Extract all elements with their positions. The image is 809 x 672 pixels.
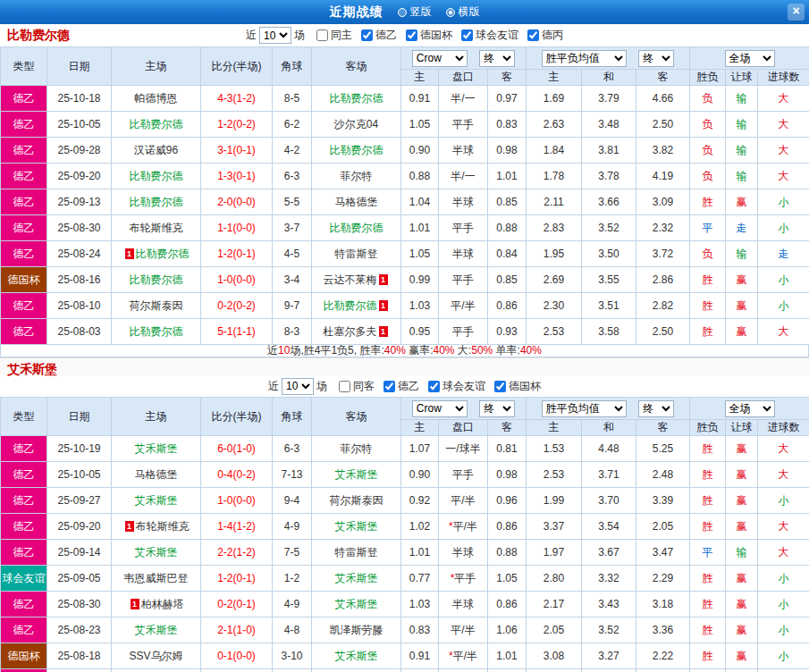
scope-select[interactable]: 全场 xyxy=(725,400,775,417)
avg-draw-cell: 3.43 xyxy=(582,592,636,617)
score-cell: 1-0(0-0) xyxy=(201,488,273,514)
home-team-cell: 艾禾斯堡 xyxy=(112,540,201,566)
date-cell: 25-09-05 xyxy=(47,566,112,592)
avg-draw-cell: 4.48 xyxy=(582,436,636,462)
col-type: 类型 xyxy=(1,398,47,436)
team-name: 布轮斯维克 xyxy=(130,222,183,234)
filter-checkbox[interactable]: 德乙 xyxy=(383,379,419,394)
checkbox-input[interactable] xyxy=(316,29,328,41)
corner-cell: 4-2 xyxy=(273,138,312,164)
filter-checkbox[interactable]: 德丙 xyxy=(527,28,563,43)
matches-table-1: 类型 日期 主场 比分(半场) 角球 客场 Crow 终 胜平负均值 终 全场 … xyxy=(0,46,809,345)
date-cell: 25-10-05 xyxy=(47,462,112,488)
col-avg-draw: 和 xyxy=(582,420,636,436)
team-name: 荷尔斯泰因 xyxy=(130,299,183,312)
odds-final-select[interactable]: 终 xyxy=(479,50,515,67)
scope-select[interactable]: 全场 xyxy=(725,50,775,67)
col-date: 日期 xyxy=(47,47,112,86)
score-cell: 2-2(1-2) xyxy=(201,540,273,566)
card-badge: 1 xyxy=(379,274,388,285)
league-cell: 德乙 xyxy=(1,189,47,215)
handicap-result-cell: 赢 xyxy=(726,488,758,514)
summary-segment: 场,胜4平1负5, xyxy=(290,344,359,357)
checkbox-input[interactable] xyxy=(527,29,539,41)
odds-source-select[interactable]: Crow xyxy=(412,50,468,67)
corner-cell: 5-5 xyxy=(273,189,312,215)
checkbox-input[interactable] xyxy=(361,29,373,41)
filter-checkbox[interactable]: 球会友谊 xyxy=(461,28,518,43)
team-name: 荷尔斯泰因 xyxy=(330,494,383,507)
date-cell: 25-09-27 xyxy=(47,488,112,514)
odds-home-cell: 1.03 xyxy=(401,592,439,617)
league-cell: 德国杯 xyxy=(1,267,47,293)
handicap-cell: 一/球半 xyxy=(439,436,488,462)
odds-home-cell: 0.92 xyxy=(401,488,439,514)
match-row: 德乙25-09-28汉诺威963-1(0-1)4-2比勒费尔德0.90半球0.9… xyxy=(1,138,809,164)
handicap-result-cell: 赢 xyxy=(726,617,758,643)
col-avg-away: 客 xyxy=(636,420,690,436)
goals-result-cell: 小 xyxy=(758,617,809,643)
avg-final-select[interactable]: 终 xyxy=(638,50,674,67)
corner-cell: 3-4 xyxy=(273,267,312,293)
away-team-cell: 比勒费尔德 xyxy=(312,138,401,164)
filter-checkbox[interactable]: 德国杯 xyxy=(406,28,452,43)
corner-cell: 7-5 xyxy=(273,540,312,566)
result-cell: 负 xyxy=(690,86,726,112)
layout-radio-vertical[interactable]: 竖版 xyxy=(398,4,432,20)
checkbox-input[interactable] xyxy=(428,381,440,392)
radio-icon[interactable] xyxy=(398,8,407,17)
handicap-cell: 半球 xyxy=(439,241,488,267)
league-cell: 德乙 xyxy=(1,112,47,138)
checkbox-input[interactable] xyxy=(383,381,395,392)
avg-type-select[interactable]: 胜平负均值 xyxy=(542,400,627,417)
avg-away-cell: 4.19 xyxy=(636,164,690,189)
avg-final-select[interactable]: 终 xyxy=(638,400,674,417)
col-goals-result: 进球数 xyxy=(758,420,809,436)
avg-type-select[interactable]: 胜平负均值 xyxy=(542,50,627,67)
result-cell: 胜 xyxy=(690,514,726,540)
handicap-cell: *平/半 xyxy=(439,643,488,669)
avg-draw-cell: 3.58 xyxy=(582,319,636,345)
team-name: 艾禾斯堡 xyxy=(335,650,378,662)
filter-checkbox[interactable]: 同客 xyxy=(339,379,375,394)
section-head-2: 艾禾斯堡 xyxy=(0,357,809,375)
filter-checkbox[interactable]: 球会友谊 xyxy=(428,379,485,394)
avg-away-cell: 2.50 xyxy=(636,112,690,138)
avg-home-cell: 1.53 xyxy=(527,436,582,462)
filter-checkbox[interactable]: 德乙 xyxy=(361,28,397,43)
odds-source-select[interactable]: Crow xyxy=(412,400,468,417)
avg-away-cell: 4.66 xyxy=(636,86,690,112)
avg-draw-cell: 3.48 xyxy=(582,112,636,138)
filter-controls: 近 10 场 同主德乙德国杯球会友谊德丙 xyxy=(246,27,563,44)
checkbox-input[interactable] xyxy=(461,29,473,41)
goals-result-cell: 大 xyxy=(758,164,809,189)
checkbox-input[interactable] xyxy=(406,29,417,41)
games-count-select[interactable]: 10 xyxy=(282,378,314,395)
odds-away-cell: 0.88 xyxy=(488,540,527,566)
odds-final-select[interactable]: 终 xyxy=(479,400,515,417)
checkbox-input[interactable] xyxy=(339,381,350,392)
home-team-cell: 比勒费尔德 xyxy=(112,267,201,293)
away-team-cell: 沙尔克04 xyxy=(312,112,401,138)
score-cell: 2-1(1-0) xyxy=(201,617,273,643)
games-count-select[interactable]: 10 xyxy=(259,27,291,44)
team-name: 比勒费尔德 xyxy=(130,325,183,338)
layout-radio-horizontal[interactable]: 横版 xyxy=(446,4,480,20)
summary-segment: 40% xyxy=(520,344,542,357)
result-cell: 胜 xyxy=(690,436,726,462)
checkbox-input[interactable] xyxy=(494,381,506,392)
handicap-result-cell: 输 xyxy=(726,241,758,267)
avg-home-cell: 2.80 xyxy=(527,566,582,592)
home-team-cell: 比勒费尔德 xyxy=(112,319,201,345)
radio-selected-icon[interactable] xyxy=(446,8,455,17)
radio-vertical-label: 竖版 xyxy=(410,4,432,20)
close-icon[interactable]: × xyxy=(788,4,805,21)
col-handicap-result: 让球 xyxy=(726,420,758,436)
filter-checkbox[interactable]: 同主 xyxy=(316,28,352,43)
home-team-cell: 韦恩威斯巴登 xyxy=(112,566,201,592)
filter-checkbox[interactable]: 德国杯 xyxy=(494,379,541,394)
col-handicap: 盘口 xyxy=(439,70,488,86)
avg-home-cell: 1.69 xyxy=(527,86,582,112)
home-team-cell: 马格德堡 xyxy=(112,462,201,488)
handicap-cell: 半/一 xyxy=(439,86,488,112)
